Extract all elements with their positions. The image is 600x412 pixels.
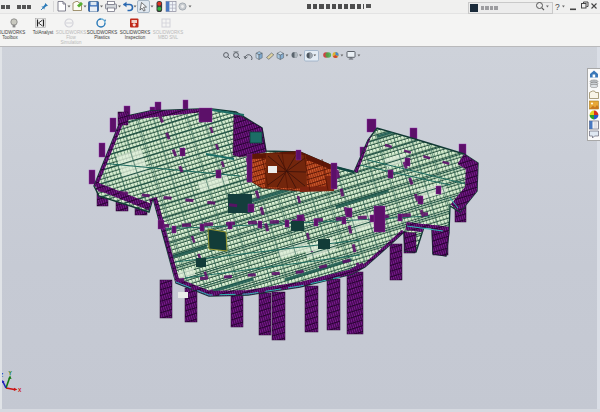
svg-text:Y: Y [9,370,13,376]
svg-text:X: X [18,387,22,393]
svg-text:?: ? [555,2,560,12]
